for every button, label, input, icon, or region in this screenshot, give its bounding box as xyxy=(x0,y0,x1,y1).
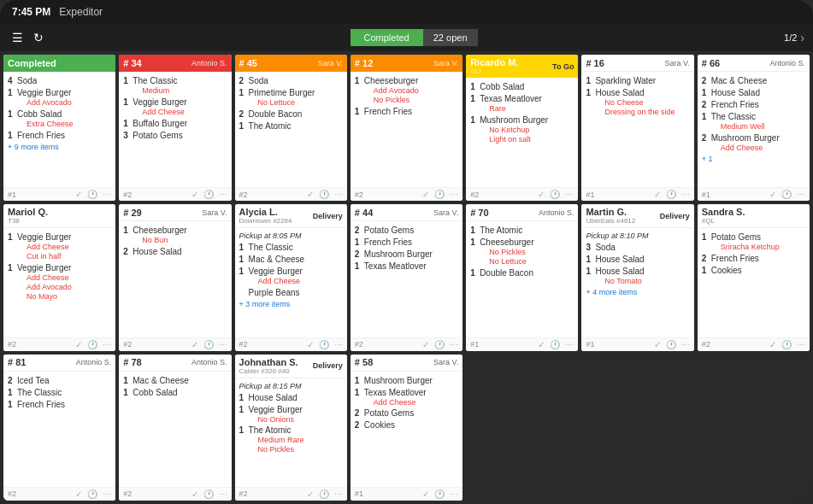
dots-icon[interactable]: ⋯ xyxy=(334,489,343,499)
check-icon[interactable]: ✓ xyxy=(538,340,545,349)
dots-icon[interactable]: ⋯ xyxy=(565,190,574,199)
check-icon[interactable]: ✓ xyxy=(307,489,314,499)
dots-icon[interactable]: ⋯ xyxy=(103,489,111,499)
check-icon[interactable]: ✓ xyxy=(307,190,314,199)
clock-icon[interactable]: 🕐 xyxy=(781,340,792,349)
card-order-num: Sandra S. xyxy=(702,207,745,217)
check-icon[interactable]: ✓ xyxy=(307,340,314,349)
clock-icon[interactable]: 🕐 xyxy=(203,190,214,199)
check-icon[interactable]: ✓ xyxy=(191,340,198,349)
dots-icon[interactable]: ⋯ xyxy=(797,190,805,199)
item-name: Potato Gems xyxy=(364,407,414,419)
dots-icon[interactable]: ⋯ xyxy=(565,340,574,349)
clock-icon[interactable]: 🕐 xyxy=(203,489,214,499)
card-header: # 12 Sara V. xyxy=(351,55,462,72)
clock-icon[interactable]: 🕐 xyxy=(550,190,560,199)
item-mod: No Pickles xyxy=(364,96,419,105)
clock-icon[interactable]: 🕐 xyxy=(434,489,445,499)
footer-icons: ✓ 🕐 ⋯ xyxy=(191,489,227,499)
list-item: 1 Texas Meatlover xyxy=(355,261,458,272)
more-items[interactable]: + 3 more items xyxy=(239,300,343,308)
clock-icon[interactable]: 🕐 xyxy=(434,340,445,349)
dots-icon[interactable]: ⋯ xyxy=(219,340,227,349)
check-icon[interactable]: ✓ xyxy=(422,190,429,199)
check-icon[interactable]: ✓ xyxy=(654,340,661,349)
clock-icon[interactable]: 🕐 xyxy=(87,340,97,349)
check-icon[interactable]: ✓ xyxy=(191,190,198,199)
card-footer: #2 ✓ 🕐 ⋯ xyxy=(119,187,231,201)
item-qty: 1 xyxy=(239,242,246,253)
footer-count: #1 xyxy=(586,190,594,199)
check-icon[interactable]: ✓ xyxy=(538,190,545,199)
dots-icon[interactable]: ⋯ xyxy=(797,340,805,349)
card-body: Pickup at 8:10 PM 3 Soda 1 House Salad 1… xyxy=(581,228,693,337)
clock-icon[interactable]: 🕐 xyxy=(781,190,792,199)
item-name: House Salad xyxy=(133,246,181,257)
dots-icon[interactable]: ⋯ xyxy=(450,340,458,349)
clock-icon[interactable]: 🕐 xyxy=(87,190,97,199)
check-icon[interactable]: ✓ xyxy=(75,340,82,349)
dots-icon[interactable]: ⋯ xyxy=(334,190,343,199)
item-name: French Fries xyxy=(364,106,412,117)
clock-icon[interactable]: 🕐 xyxy=(550,340,560,349)
list-item: 3 Potato Gems xyxy=(123,130,227,141)
main-grid: Completed 4 Soda 1 Veggie Burger Add Avo… xyxy=(0,51,813,504)
clock-icon[interactable]: 🕐 xyxy=(319,190,329,199)
card-customer: Sara V. xyxy=(433,59,458,67)
item-qty: 4 xyxy=(8,75,15,86)
check-icon[interactable]: ✓ xyxy=(191,489,198,499)
item-name: Sparkling Water xyxy=(595,75,656,86)
more-items[interactable]: + 9 more items xyxy=(8,143,111,151)
check-icon[interactable]: ✓ xyxy=(75,190,82,199)
clock-icon[interactable]: 🕐 xyxy=(319,489,329,499)
more-items[interactable]: + 4 more items xyxy=(586,288,689,296)
clock-icon[interactable]: 🕐 xyxy=(319,340,329,349)
item-qty: 1 xyxy=(123,225,130,245)
item-qty: 1 xyxy=(8,399,15,410)
item-name: Cheeseburger xyxy=(480,237,533,248)
item-name: Texas Meatlover xyxy=(480,93,542,104)
clock-icon[interactable]: 🕐 xyxy=(666,190,676,199)
list-item: 1 House Salad No CheeseDressing on the s… xyxy=(586,87,689,117)
refresh-icon[interactable]: ↻ xyxy=(33,31,44,44)
item-mod: No Pickles xyxy=(249,445,304,454)
footer-count: #2 xyxy=(239,489,248,498)
more-items[interactable]: + 1 xyxy=(702,155,805,163)
footer-icons: ✓ 🕐 ⋯ xyxy=(422,489,458,499)
dots-icon[interactable]: ⋯ xyxy=(103,340,111,349)
card-meta: Downtown #2264 xyxy=(239,217,292,225)
check-icon[interactable]: ✓ xyxy=(654,190,661,199)
menu-icon[interactable]: ☰ xyxy=(9,29,27,46)
dots-icon[interactable]: ⋯ xyxy=(219,489,227,499)
clock-icon[interactable]: 🕐 xyxy=(203,340,214,349)
card-order-num: # 78 xyxy=(123,357,141,367)
list-item: 1 Veggie Burger No Onions xyxy=(239,404,343,425)
check-icon[interactable]: ✓ xyxy=(422,340,429,349)
check-icon[interactable]: ✓ xyxy=(769,340,776,349)
list-item: 1 Cobb Salad Extra Cheese xyxy=(8,108,111,129)
device: 7:45 PM Expeditor ☰ ↻ Completed 22 open … xyxy=(0,0,813,504)
footer-icons: ✓ 🕐 ⋯ xyxy=(307,489,343,499)
list-item: 2 Iced Tea xyxy=(8,375,111,386)
dots-icon[interactable]: ⋯ xyxy=(103,190,111,199)
dots-icon[interactable]: ⋯ xyxy=(219,190,227,199)
check-icon[interactable]: ✓ xyxy=(769,190,776,199)
check-icon[interactable]: ✓ xyxy=(75,489,82,499)
item-mod: Light on salt xyxy=(480,135,548,144)
tab-completed[interactable]: Completed xyxy=(351,29,423,46)
dots-icon[interactable]: ⋯ xyxy=(450,190,458,199)
item-name: Double Bacon xyxy=(249,108,303,120)
dots-icon[interactable]: ⋯ xyxy=(334,340,343,349)
clock-icon[interactable]: 🕐 xyxy=(87,489,97,499)
next-page-icon[interactable]: › xyxy=(800,31,804,44)
item-qty: 1 xyxy=(239,254,246,265)
dots-icon[interactable]: ⋯ xyxy=(450,489,458,499)
dots-icon[interactable]: ⋯ xyxy=(681,190,690,199)
clock-icon[interactable]: 🕐 xyxy=(434,190,445,199)
clock-icon[interactable]: 🕐 xyxy=(666,340,676,349)
item-name: House Salad xyxy=(249,392,298,403)
item-qty: 2 xyxy=(702,99,709,110)
check-icon[interactable]: ✓ xyxy=(422,489,429,499)
open-count: 22 open xyxy=(423,29,478,46)
dots-icon[interactable]: ⋯ xyxy=(681,340,690,349)
